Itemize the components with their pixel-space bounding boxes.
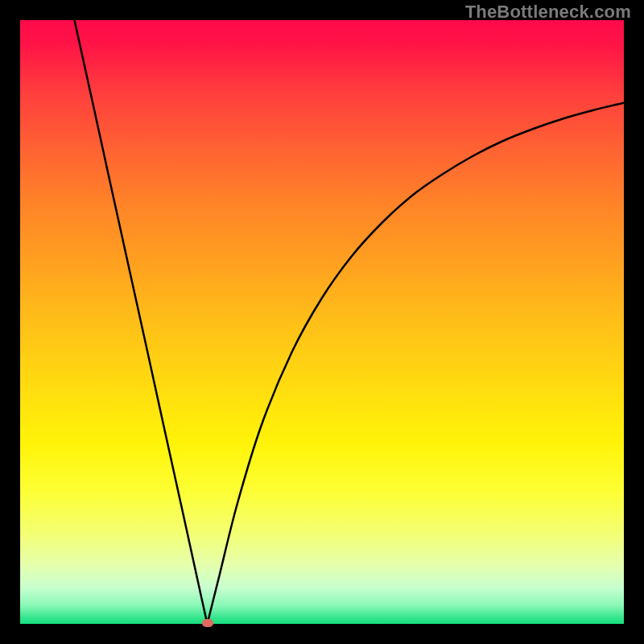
bottleneck-curve [75, 20, 625, 624]
plot-area [20, 20, 624, 624]
curve-layer [20, 20, 624, 624]
chart-frame: TheBottleneck.com [0, 0, 644, 644]
